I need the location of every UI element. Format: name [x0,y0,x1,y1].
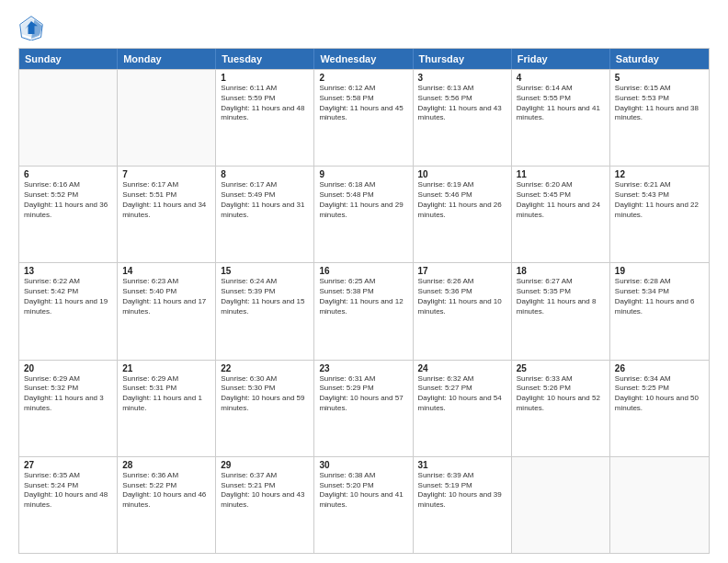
day-number: 28 [122,460,210,470]
day-cell-17: 17Sunrise: 6:26 AM Sunset: 5:36 PM Dayli… [414,263,512,359]
day-number: 26 [615,363,704,373]
day-number: 21 [122,363,210,373]
day-cell-15: 15Sunrise: 6:24 AM Sunset: 5:39 PM Dayli… [216,263,314,359]
day-info: Sunrise: 6:39 AM Sunset: 5:19 PM Dayligh… [418,471,506,511]
day-info: Sunrise: 6:32 AM Sunset: 5:27 PM Dayligh… [418,374,506,414]
day-cell-3: 3Sunrise: 6:13 AM Sunset: 5:56 PM Daylig… [414,70,512,166]
day-number: 12 [615,169,704,179]
day-info: Sunrise: 6:12 AM Sunset: 5:58 PM Dayligh… [319,84,407,123]
calendar-row-4: 27Sunrise: 6:35 AM Sunset: 5:24 PM Dayli… [19,456,709,553]
empty-cell [118,70,216,166]
day-number: 4 [517,73,605,83]
day-info: Sunrise: 6:14 AM Sunset: 5:55 PM Dayligh… [517,84,605,123]
day-number: 11 [517,169,605,179]
day-cell-31: 31Sunrise: 6:39 AM Sunset: 5:19 PM Dayli… [414,457,512,553]
header-day-thursday: Thursday [414,49,512,69]
day-info: Sunrise: 6:29 AM Sunset: 5:32 PM Dayligh… [24,374,112,414]
day-number: 9 [319,169,407,179]
header-day-sunday: Sunday [19,49,118,69]
day-cell-27: 27Sunrise: 6:35 AM Sunset: 5:24 PM Dayli… [19,457,118,553]
day-info: Sunrise: 6:17 AM Sunset: 5:51 PM Dayligh… [122,180,210,220]
day-number: 27 [24,460,112,470]
day-cell-23: 23Sunrise: 6:31 AM Sunset: 5:29 PM Dayli… [314,361,413,456]
day-info: Sunrise: 6:13 AM Sunset: 5:56 PM Dayligh… [418,84,506,123]
day-info: Sunrise: 6:31 AM Sunset: 5:29 PM Dayligh… [319,374,407,414]
empty-cell [610,457,709,553]
day-cell-1: 1Sunrise: 6:11 AM Sunset: 5:59 PM Daylig… [216,70,314,166]
day-number: 2 [319,73,407,83]
day-info: Sunrise: 6:11 AM Sunset: 5:59 PM Dayligh… [221,84,309,123]
day-number: 7 [122,169,210,179]
day-cell-12: 12Sunrise: 6:21 AM Sunset: 5:43 PM Dayli… [610,167,709,262]
page: SundayMondayTuesdayWednesdayThursdayFrid… [0,0,728,563]
day-number: 25 [517,363,605,373]
day-cell-6: 6Sunrise: 6:16 AM Sunset: 5:52 PM Daylig… [19,167,118,262]
day-info: Sunrise: 6:20 AM Sunset: 5:45 PM Dayligh… [517,180,605,220]
day-info: Sunrise: 6:35 AM Sunset: 5:24 PM Dayligh… [24,471,112,511]
day-cell-16: 16Sunrise: 6:25 AM Sunset: 5:38 PM Dayli… [314,263,413,359]
calendar-body: 1Sunrise: 6:11 AM Sunset: 5:59 PM Daylig… [19,69,709,553]
day-cell-4: 4Sunrise: 6:14 AM Sunset: 5:55 PM Daylig… [512,70,610,166]
day-info: Sunrise: 6:27 AM Sunset: 5:35 PM Dayligh… [517,277,605,316]
day-number: 13 [24,266,112,276]
day-info: Sunrise: 6:26 AM Sunset: 5:36 PM Dayligh… [418,277,506,316]
day-cell-11: 11Sunrise: 6:20 AM Sunset: 5:45 PM Dayli… [512,167,610,262]
day-number: 8 [221,169,309,179]
day-info: Sunrise: 6:19 AM Sunset: 5:46 PM Dayligh… [418,180,506,220]
day-info: Sunrise: 6:24 AM Sunset: 5:39 PM Dayligh… [221,277,309,316]
day-cell-14: 14Sunrise: 6:23 AM Sunset: 5:40 PM Dayli… [118,263,216,359]
day-cell-13: 13Sunrise: 6:22 AM Sunset: 5:42 PM Dayli… [19,263,118,359]
day-cell-29: 29Sunrise: 6:37 AM Sunset: 5:21 PM Dayli… [216,457,314,553]
header-day-friday: Friday [512,49,610,69]
day-cell-19: 19Sunrise: 6:28 AM Sunset: 5:34 PM Dayli… [610,263,709,359]
calendar: SundayMondayTuesdayWednesdayThursdayFrid… [18,48,710,554]
day-number: 10 [418,169,506,179]
day-number: 15 [221,266,309,276]
day-number: 17 [418,266,506,276]
day-number: 18 [517,266,605,276]
day-cell-22: 22Sunrise: 6:30 AM Sunset: 5:30 PM Dayli… [216,361,314,456]
day-number: 29 [221,460,309,470]
day-number: 16 [319,266,407,276]
day-number: 31 [418,460,506,470]
day-cell-25: 25Sunrise: 6:33 AM Sunset: 5:26 PM Dayli… [512,361,610,456]
calendar-row-1: 6Sunrise: 6:16 AM Sunset: 5:52 PM Daylig… [19,166,709,262]
calendar-row-0: 1Sunrise: 6:11 AM Sunset: 5:59 PM Daylig… [19,69,709,166]
day-info: Sunrise: 6:18 AM Sunset: 5:48 PM Dayligh… [319,180,407,220]
day-info: Sunrise: 6:23 AM Sunset: 5:40 PM Dayligh… [122,277,210,316]
day-number: 14 [122,266,210,276]
day-cell-20: 20Sunrise: 6:29 AM Sunset: 5:32 PM Dayli… [19,361,118,456]
calendar-row-3: 20Sunrise: 6:29 AM Sunset: 5:32 PM Dayli… [19,360,709,456]
day-cell-24: 24Sunrise: 6:32 AM Sunset: 5:27 PM Dayli… [414,361,512,456]
day-cell-10: 10Sunrise: 6:19 AM Sunset: 5:46 PM Dayli… [414,167,512,262]
day-cell-5: 5Sunrise: 6:15 AM Sunset: 5:53 PM Daylig… [610,70,709,166]
day-cell-8: 8Sunrise: 6:17 AM Sunset: 5:49 PM Daylig… [216,167,314,262]
day-info: Sunrise: 6:15 AM Sunset: 5:53 PM Dayligh… [615,84,704,123]
day-cell-7: 7Sunrise: 6:17 AM Sunset: 5:51 PM Daylig… [118,167,216,262]
day-info: Sunrise: 6:22 AM Sunset: 5:42 PM Dayligh… [24,277,112,316]
day-info: Sunrise: 6:37 AM Sunset: 5:21 PM Dayligh… [221,471,309,511]
day-cell-2: 2Sunrise: 6:12 AM Sunset: 5:58 PM Daylig… [314,70,413,166]
day-cell-9: 9Sunrise: 6:18 AM Sunset: 5:48 PM Daylig… [314,167,413,262]
day-number: 30 [319,460,407,470]
logo-icon [18,15,44,40]
calendar-row-2: 13Sunrise: 6:22 AM Sunset: 5:42 PM Dayli… [19,262,709,359]
logo [18,15,48,40]
header [18,15,710,40]
day-cell-30: 30Sunrise: 6:38 AM Sunset: 5:20 PM Dayli… [314,457,413,553]
day-number: 20 [24,363,112,373]
day-info: Sunrise: 6:28 AM Sunset: 5:34 PM Dayligh… [615,277,704,316]
day-info: Sunrise: 6:21 AM Sunset: 5:43 PM Dayligh… [615,180,704,220]
day-number: 6 [24,169,112,179]
day-info: Sunrise: 6:33 AM Sunset: 5:26 PM Dayligh… [517,374,605,414]
day-number: 3 [418,73,506,83]
day-info: Sunrise: 6:17 AM Sunset: 5:49 PM Dayligh… [221,180,309,220]
header-day-wednesday: Wednesday [314,49,413,69]
day-info: Sunrise: 6:30 AM Sunset: 5:30 PM Dayligh… [221,374,309,414]
header-day-monday: Monday [118,49,216,69]
day-info: Sunrise: 6:34 AM Sunset: 5:25 PM Dayligh… [615,374,704,414]
empty-cell [512,457,610,553]
day-info: Sunrise: 6:36 AM Sunset: 5:22 PM Dayligh… [122,471,210,511]
day-info: Sunrise: 6:25 AM Sunset: 5:38 PM Dayligh… [319,277,407,316]
empty-cell [19,70,118,166]
